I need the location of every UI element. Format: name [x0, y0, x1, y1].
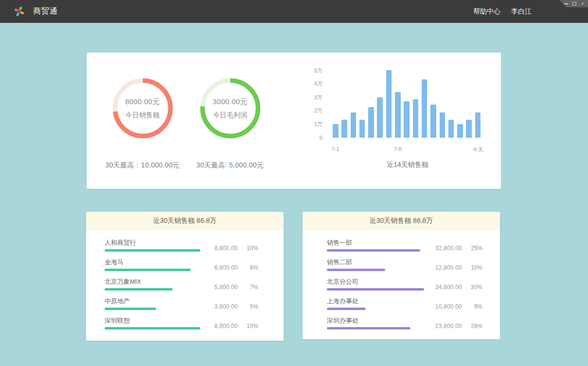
rank-item-amount: 10,800.00 [435, 303, 462, 310]
rank-row: 金海马6,800.008% [105, 258, 258, 271]
rank-item-bar [327, 249, 420, 252]
rank-row: 中原地产3,800.005% [105, 297, 258, 310]
rank-item-amount: 3,800.00 [214, 303, 238, 310]
rank-item-name: 深圳联想 [105, 316, 214, 325]
bar-day-1 [333, 124, 339, 138]
rank-item-bar [327, 327, 410, 329]
bar-day-3 [351, 112, 356, 138]
rank-item-bar [105, 269, 191, 271]
rank-item-name: 上海办事处 [327, 297, 435, 305]
rank-row: 北京分公司34,800.0030% [327, 277, 482, 291]
rank-list: 人和商贸行8,800.0010%金海马6,800.008%北京万象MIX5,80… [86, 230, 284, 329]
bar-day-11 [422, 79, 428, 138]
rank-item-name: 销售二部 [327, 258, 435, 266]
rank-item-bar [105, 327, 200, 329]
app-title: 商贸通 [33, 6, 58, 17]
rank-item-name: 北京分公司 [327, 277, 435, 286]
rank-item-name: 深圳办事处 [327, 316, 435, 325]
rank-item-bar [327, 308, 366, 310]
bar-day-15 [457, 124, 463, 138]
bar-day-14 [448, 120, 454, 138]
app-logo-pinwheel-icon [13, 5, 26, 18]
rank-item-name: 中原地产 [105, 297, 214, 305]
sales-rank-card-departments: 近30天销售额 86.8万 销售一部32,800.0025%销售二部12,800… [303, 212, 500, 339]
rank-item-percent: 25% [462, 245, 482, 252]
today-profit-30d-max: 30天最高: 5,000.00元 [196, 161, 264, 170]
rank-item-name: 北京万象MIX [105, 277, 214, 286]
titlebar-nav: 帮助中心 李白江 [473, 7, 588, 16]
bar-plot [333, 71, 482, 138]
rank-item-amount: 8,800.00 [214, 245, 238, 252]
rank-item-amount: 8,800.00 [214, 323, 238, 329]
rank-row: 销售一部32,800.0025% [327, 238, 482, 252]
rank-item-percent: 5% [238, 303, 258, 310]
rank-item-name: 销售一部 [327, 238, 435, 247]
bar-day-9 [404, 101, 410, 138]
bar-day-12 [430, 105, 436, 138]
bar-day-16 [466, 120, 472, 138]
today-profit-label: 今日毛利润 [213, 111, 247, 120]
today-sales-30d-max: 30天最高：10,000.00元 [106, 161, 180, 170]
close-icon[interactable]: × [580, 1, 585, 6]
rank-item-name: 金海马 [105, 258, 214, 266]
rank-item-percent: 10% [238, 245, 258, 252]
titlebar: 商贸通 帮助中心 李白江 × [0, 0, 588, 23]
rank-item-percent: 9% [462, 303, 482, 310]
bar-day-13 [440, 112, 445, 138]
rank-item-name: 人和商贸行 [105, 238, 214, 247]
rank-item-bar [105, 249, 200, 252]
today-profit-value: 3000.00元 [213, 97, 248, 107]
rank-item-amount: 32,800.00 [435, 245, 462, 252]
rank-row: 深圳办事处23,800.0026% [327, 316, 482, 329]
rank-item-amount: 23,800.00 [435, 323, 462, 329]
today-sales-value: 8000.00元 [125, 97, 160, 107]
rank-row: 深圳联想8,800.0010% [105, 316, 258, 329]
rank-card-title: 近30天销售额 86.8万 [303, 212, 500, 230]
sales-rank-card-customers: 近30天销售额 86.8万 人和商贸行8,800.0010%金海马6,800.0… [86, 212, 284, 341]
nav-current-user[interactable]: 李白江 [511, 7, 532, 16]
minimize-icon[interactable] [564, 1, 569, 6]
bar-day-8 [395, 92, 401, 138]
rank-item-percent: 10% [238, 323, 258, 329]
rank-card-title: 近30天销售额 86.8万 [86, 212, 284, 230]
bar-day-6 [377, 97, 383, 138]
rank-item-amount: 34,800.00 [435, 284, 462, 291]
y-tick-label: 5万 [314, 68, 322, 74]
rank-row: 北京万象MIX5,800.007% [105, 277, 258, 291]
rank-item-percent: 8% [238, 264, 258, 271]
rank-item-bar [105, 288, 173, 291]
rank-list: 销售一部32,800.0025%销售二部12,800.0010%北京分公司34,… [303, 230, 500, 329]
sales-14d-bar-chart: 5万4万3万2万1万0 7-17-8今天 近14天销售额 [301, 64, 490, 181]
y-tick-label: 1万 [314, 121, 322, 128]
rank-item-bar [327, 288, 424, 291]
rank-item-percent: 7% [238, 284, 258, 291]
bar-chart-title: 近14天销售额 [333, 161, 482, 169]
today-profit-donut-chart: 3000.00元 今日毛利润 [200, 78, 261, 139]
bar-day-7 [386, 70, 392, 138]
y-tick-label: 3万 [314, 94, 322, 101]
rank-item-amount: 12,800.00 [435, 264, 462, 271]
rank-item-amount: 5,800.00 [214, 284, 238, 291]
x-tick-label: 7-1 [332, 146, 339, 152]
nav-help-center[interactable]: 帮助中心 [473, 7, 500, 16]
rank-item-percent: 30% [462, 284, 482, 291]
bar-day-17 [475, 112, 481, 138]
x-tick-label: 7-8 [394, 146, 402, 152]
bar-y-axis: 5万4万3万2万1万0 [301, 64, 322, 152]
overview-card: 8000.00元 今日销售额 30天最高：10,000.00元 3000.00元… [87, 53, 501, 189]
rank-item-bar [327, 269, 385, 271]
rank-item-amount: 6,800.00 [214, 264, 238, 271]
rank-row: 人和商贸行8,800.0010% [105, 238, 258, 252]
x-tick-label: 今天 [473, 146, 483, 153]
bar-x-axis: 7-17-8今天 [301, 146, 490, 153]
window-controls: × [559, 0, 588, 7]
rank-row: 销售二部12,800.0010% [327, 258, 482, 271]
y-tick-label: 4万 [314, 81, 322, 87]
y-tick-label: 0 [320, 135, 322, 141]
bar-day-4 [359, 120, 365, 138]
maximize-icon[interactable] [572, 1, 577, 6]
y-tick-label: 2万 [314, 108, 322, 114]
today-sales-donut-chart: 8000.00元 今日销售额 [112, 78, 173, 139]
bar-day-10 [413, 99, 419, 138]
today-sales-label: 今日销售额 [125, 111, 160, 120]
